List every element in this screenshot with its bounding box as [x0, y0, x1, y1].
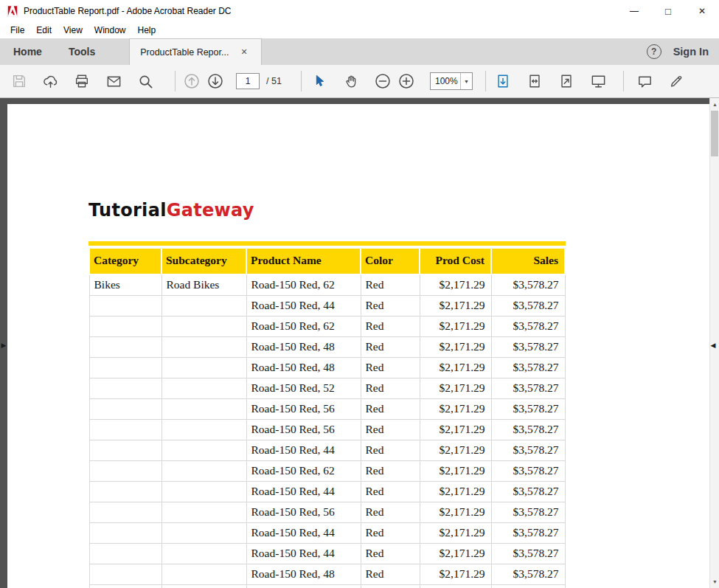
table-cell [161, 378, 246, 399]
table-cell: $2,171.29 [420, 523, 491, 544]
table-cell [89, 358, 161, 378]
page-scrolling-mode-icon[interactable] [494, 72, 512, 90]
menu-view[interactable]: View [58, 23, 88, 38]
table-accent-strip [88, 241, 566, 246]
table-cell: $3,578.27 [491, 337, 565, 358]
column-header: Product Name [246, 248, 361, 274]
close-button[interactable]: ✕ [685, 0, 719, 22]
fit-width-icon[interactable] [526, 72, 543, 90]
table-cell [89, 296, 161, 317]
table-cell: $2,171.29 [420, 274, 491, 296]
table-cell: $2,171.29 [420, 440, 491, 461]
help-icon[interactable]: ? [647, 44, 661, 59]
table-cell [161, 544, 246, 564]
table-cell: $2,171.29 [420, 378, 491, 399]
table-row: BikesRoad BikesRoad-150 Red, 62Red$2,171… [89, 274, 565, 296]
table-cell: Road-150 Red, 44 [246, 440, 361, 461]
menu-file[interactable]: File [4, 23, 30, 38]
save-icon[interactable] [10, 72, 28, 90]
menu-window[interactable]: Window [88, 23, 132, 38]
comment-icon[interactable] [636, 72, 653, 90]
maximize-button[interactable]: □ [651, 0, 685, 22]
table-row: Road-150 Red, 44Red$2,171.29$3,578.27 [89, 523, 565, 544]
product-table-container: CategorySubcategoryProduct NameColorProd… [88, 241, 566, 588]
column-header: Prod Cost [420, 248, 491, 274]
next-page-icon[interactable] [206, 72, 224, 90]
minimize-button[interactable]: — [617, 0, 651, 22]
table-cell: $3,578.27 [491, 585, 565, 588]
table-cell [161, 523, 246, 544]
highlight-pen-icon[interactable] [667, 72, 685, 90]
table-cell: Red [361, 317, 420, 337]
search-icon[interactable] [136, 72, 154, 90]
table-cell: $3,578.27 [491, 502, 565, 523]
zoom-out-icon[interactable] [374, 72, 392, 90]
table-cell [89, 440, 161, 461]
table-cell [161, 296, 246, 317]
table-cell: $2,171.29 [420, 317, 491, 337]
right-panel-toggle-icon[interactable]: ◀ [709, 336, 718, 355]
left-panel-toggle-icon[interactable]: ▶ [0, 336, 7, 355]
table-row: Road-150 Red, 48Red$2,171.29$3,578.27 [89, 358, 565, 378]
sign-in-button[interactable]: Sign In [673, 46, 709, 58]
table-cell [89, 378, 161, 399]
table-cell: $3,578.27 [491, 461, 565, 482]
zoom-in-icon[interactable] [397, 72, 415, 90]
page-number-input[interactable] [236, 73, 260, 89]
table-cell: $3,578.27 [491, 296, 565, 317]
column-header: Color [361, 248, 420, 274]
hand-tool-icon[interactable] [343, 72, 361, 90]
previous-page-icon[interactable] [183, 72, 201, 90]
table-cell: $3,578.27 [491, 378, 565, 399]
table-cell: Red [361, 440, 420, 461]
table-cell: Red [361, 399, 420, 420]
table-cell [89, 317, 161, 337]
scrollbar-thumb[interactable] [711, 111, 718, 156]
table-cell: $3,578.27 [491, 274, 565, 296]
table-cell: Red [361, 585, 420, 588]
table-cell: Road-150 Red, 44 [246, 296, 361, 317]
table-cell: $3,578.27 [491, 399, 565, 420]
column-header: Sales [491, 248, 565, 274]
fit-page-icon[interactable] [558, 72, 575, 90]
window-controls: — □ ✕ [617, 0, 719, 22]
scroll-down-icon[interactable]: ▼ [710, 576, 719, 587]
product-table-body: BikesRoad BikesRoad-150 Red, 62Red$2,171… [89, 274, 565, 588]
logo-text-black: Tutorial [88, 200, 167, 221]
table-cell [89, 399, 161, 420]
tab-close-icon[interactable]: ✕ [240, 47, 247, 57]
table-cell: $2,171.29 [420, 544, 491, 564]
toolbar: / 51 100% ▼ [0, 65, 719, 98]
menu-help[interactable]: Help [132, 23, 162, 38]
document-tab[interactable]: ProductTable Repor... ✕ [129, 38, 262, 65]
column-header: Subcategory [161, 248, 246, 274]
table-cell: Red [361, 502, 420, 523]
menubar: FileEditViewWindowHelp [0, 22, 719, 38]
table-cell: Road-150 Red, 44 [246, 523, 361, 544]
table-cell: Road-150 Red, 56 [246, 420, 361, 440]
document-tab-label: ProductTable Repor... [140, 47, 229, 58]
scroll-up-icon[interactable]: ▲ [710, 99, 719, 110]
table-cell [89, 523, 161, 544]
table-cell [89, 544, 161, 564]
table-cell [89, 420, 161, 440]
table-cell: Red [361, 523, 420, 544]
cloud-upload-icon[interactable] [41, 72, 59, 90]
email-icon[interactable] [105, 72, 122, 90]
read-mode-icon[interactable] [589, 72, 607, 90]
table-cell: Road-150 Red, 44 [246, 482, 361, 502]
tab-tools[interactable]: Tools [55, 38, 108, 65]
menu-edit[interactable]: Edit [30, 23, 58, 38]
tab-home[interactable]: Home [0, 38, 55, 65]
table-cell [161, 440, 246, 461]
table-cell: Red [361, 544, 420, 564]
table-row: Road-150 Red, 48Red$2,171.29$3,578.27 [89, 564, 565, 585]
zoom-level-dropdown[interactable]: 100% ▼ [430, 72, 473, 90]
document-area: ▶ TutorialGateway CategorySubcategoryPro… [0, 98, 719, 588]
select-tool-icon[interactable] [310, 72, 328, 90]
print-icon[interactable] [73, 72, 91, 90]
table-cell: $2,171.29 [420, 296, 491, 317]
table-cell: $2,171.29 [420, 564, 491, 585]
zoom-level-value: 100% [431, 76, 460, 86]
chevron-down-icon[interactable]: ▼ [460, 73, 472, 89]
